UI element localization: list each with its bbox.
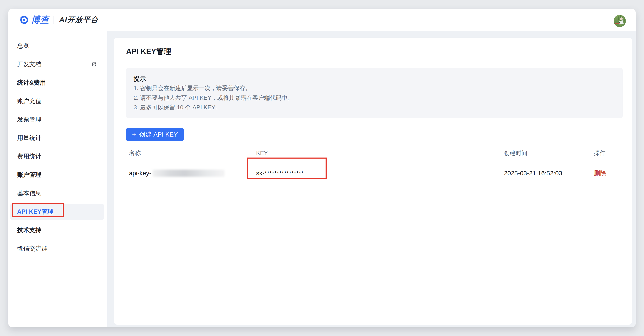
annotation-rect-sidebar-api-key xyxy=(12,203,64,217)
tips-box: 提示 1. 密钥只会在新建后显示一次，请妥善保存。 2. 请不要与他人共享 AP… xyxy=(126,68,623,118)
sidebar-item-wechat-group[interactable]: 微信交流群 xyxy=(8,239,107,258)
redacted-name-blur xyxy=(153,170,224,177)
user-avatar[interactable] xyxy=(614,15,626,27)
create-api-key-button[interactable]: + 创建 API KEY xyxy=(126,128,184,141)
header-divider xyxy=(54,16,54,24)
sidebar-item-usage-stats[interactable]: 用量统计 xyxy=(8,129,107,147)
sidebar-section-tech-support: 技术支持 xyxy=(8,221,107,239)
column-header-key: KEY xyxy=(256,150,504,156)
page-title: API KEY管理 xyxy=(126,47,623,56)
column-header-name: 名称 xyxy=(126,149,256,157)
sidebar-item-invoice-management[interactable]: 发票管理 xyxy=(8,110,107,129)
column-header-action: 操作 xyxy=(594,149,623,157)
top-header: 博查 AI开放平台 xyxy=(8,9,636,31)
create-api-key-label: 创建 API KEY xyxy=(139,130,178,139)
sidebar-item-fee-stats[interactable]: 费用统计 xyxy=(8,147,107,166)
sidebar-item-overview[interactable]: 总览 xyxy=(8,37,107,55)
tip-item-1: 1. 密钥只会在新建后显示一次，请妥善保存。 xyxy=(134,83,615,93)
api-key-name-prefix: api-key- xyxy=(129,170,152,177)
api-key-name-cell: api-key- xyxy=(126,170,256,177)
annotation-rect-masked-key xyxy=(247,157,326,179)
sidebar-item-account-recharge[interactable]: 账户充值 xyxy=(8,92,107,110)
brand-logo[interactable]: 博查 AI开放平台 xyxy=(19,14,98,26)
platform-name: AI开放平台 xyxy=(59,15,98,25)
sidebar-item-basic-info[interactable]: 基本信息 xyxy=(8,184,107,203)
tips-title: 提示 xyxy=(134,74,615,83)
sidebar-section-account-management: 账户管理 xyxy=(8,166,107,184)
created-time-cell: 2025-03-21 16:52:03 xyxy=(504,170,594,177)
bocha-logo-icon xyxy=(19,15,29,25)
action-cell: 删除 xyxy=(594,169,623,178)
avatar-image xyxy=(614,15,626,27)
plus-icon: + xyxy=(132,131,136,138)
external-link-icon xyxy=(91,62,97,67)
delete-link[interactable]: 删除 xyxy=(594,170,606,177)
sidebar-section-stats-fees: 统计&费用 xyxy=(8,74,107,92)
table-header-row: 名称 KEY 创建时间 操作 xyxy=(126,147,623,159)
api-key-panel: API KEY管理 提示 1. 密钥只会在新建后显示一次，请妥善保存。 2. 请… xyxy=(114,38,632,325)
sidebar-nav: 总览 开发文档 统计&费用 账户充值 发票管理 用量统计 费用统计 xyxy=(8,31,107,327)
tip-item-3: 3. 最多可以保留 10 个 API KEY。 xyxy=(134,103,615,112)
brand-name: 博查 xyxy=(31,14,49,26)
sidebar-item-dev-docs[interactable]: 开发文档 xyxy=(8,55,107,74)
table-row: api-key- sk-**************** 2025-03-21 … xyxy=(126,159,623,187)
column-header-created: 创建时间 xyxy=(504,149,594,157)
content-area: API KEY管理 提示 1. 密钥只会在新建后显示一次，请妥善保存。 2. 请… xyxy=(107,31,636,327)
tip-item-2: 2. 请不要与他人共享 API KEY，或将其暴露在客户端代码中。 xyxy=(134,93,615,103)
